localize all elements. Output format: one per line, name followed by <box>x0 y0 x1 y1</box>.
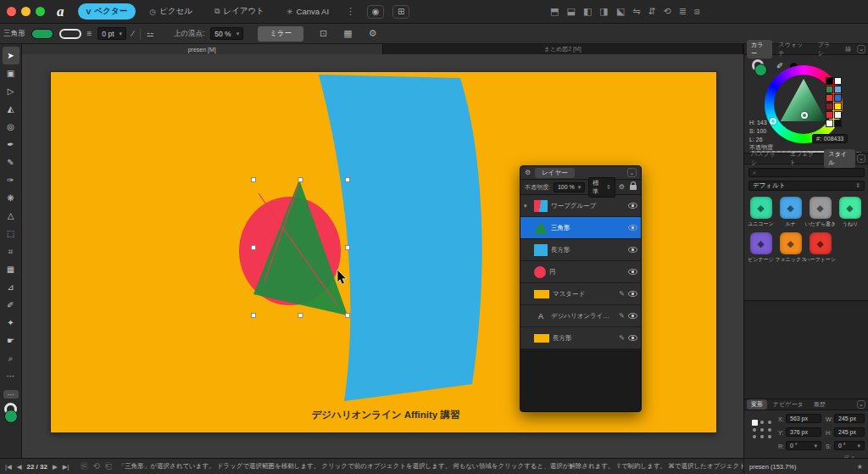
last-page-button[interactable]: ▶| <box>63 463 70 471</box>
x-input[interactable]: 563 px <box>786 414 821 423</box>
persona-tab[interactable]: ◷ ピクセル <box>141 3 201 20</box>
stroke-width-input[interactable]: 0 pt▾ <box>97 27 126 40</box>
saturation-handle[interactable] <box>801 112 808 119</box>
layers-tab[interactable]: レイヤー <box>535 168 575 178</box>
h-input[interactable]: 245 px <box>834 427 865 437</box>
layer-row[interactable]: 長方形 ✎ <box>520 327 641 349</box>
eyedropper-icon[interactable]: ✐ <box>776 61 783 70</box>
layer-row[interactable]: 長方形 ✎ <box>520 239 641 261</box>
favorite-star-icon[interactable]: ★ <box>857 463 863 471</box>
history-cycle-icon[interactable]: ⟲ <box>92 462 99 471</box>
selection-brush-tool[interactable]: ⬚ <box>3 225 19 243</box>
panel-menu-chevron-icon[interactable]: ⌄ <box>857 400 865 409</box>
node-tool[interactable]: ▷ <box>3 82 19 100</box>
style-preset[interactable]: ◆ ユニコーン <box>746 197 776 228</box>
style-picker-tool[interactable]: ✐ <box>3 296 19 314</box>
styles-category-select[interactable]: デフォルト⇕ <box>748 181 865 191</box>
panel-tab[interactable]: パスブラシ <box>747 149 784 168</box>
boolean-divide-icon[interactable]: ◨ <box>599 7 608 16</box>
color-swatch[interactable] <box>834 111 842 119</box>
pressure-icon[interactable]: ∕ <box>132 30 134 38</box>
move-tool[interactable]: ➤ <box>3 47 19 64</box>
color-swatch[interactable] <box>826 77 833 85</box>
styles-search-input[interactable]: ⌕ <box>748 168 865 177</box>
stroke-color-swatch[interactable] <box>59 29 81 39</box>
layer-opacity-input[interactable]: 100 %▾ <box>554 182 585 192</box>
visibility-eye-icon[interactable] <box>628 335 637 341</box>
minimize-window-button[interactable] <box>21 7 31 16</box>
clipboard-icon[interactable]: ⎗ <box>105 462 112 471</box>
pen-tool[interactable]: ✒ <box>3 136 19 153</box>
previous-page-button[interactable]: ◀ <box>17 463 22 471</box>
boolean-subtract-icon[interactable]: ⬓ <box>567 7 576 16</box>
color-swatch[interactable] <box>834 77 842 85</box>
flip-vertical-icon[interactable]: ⇵ <box>648 7 655 16</box>
layer-row[interactable]: ▾ ワープグループ ✎ <box>520 195 641 217</box>
panel-tab[interactable]: エフェクト <box>786 149 823 168</box>
place-image-tool[interactable]: ▦ <box>3 260 19 278</box>
document-zoom-level[interactable]: presen (153.7%) <box>749 463 796 471</box>
style-preset[interactable]: ◆ ビンテージ <box>746 232 776 264</box>
visibility-eye-icon[interactable] <box>628 247 637 253</box>
style-preset[interactable]: ◆ うねり <box>835 197 865 228</box>
order-icon[interactable]: ≣ <box>679 7 687 16</box>
lock-layer-icon[interactable] <box>630 185 637 190</box>
layer-name[interactable]: マスタード <box>553 290 615 298</box>
fill-color-swatch[interactable] <box>31 29 53 39</box>
artboard-caption-text[interactable]: デジハリオンライン Affinity 講習 <box>312 410 460 421</box>
zoom-window-button[interactable] <box>36 7 45 16</box>
shear-input[interactable]: 0 °▾ <box>834 441 865 450</box>
insert-behind-icon[interactable]: ⧈ <box>694 7 700 16</box>
boolean-intersect-icon[interactable]: ◧ <box>583 7 592 16</box>
style-preset[interactable]: ◆ ルナ <box>776 197 805 228</box>
style-preset[interactable]: ◆ ハーフトーン <box>805 232 835 264</box>
style-preset[interactable]: ◆ いたずら書き <box>805 197 835 228</box>
mirror-button[interactable]: ミラー <box>258 26 303 42</box>
persona-tab[interactable]: ⧉ レイアウト <box>206 3 273 20</box>
y-input[interactable]: 376 px <box>786 427 821 437</box>
settings-gear-icon[interactable]: ⚙ <box>369 29 377 38</box>
boolean-add-icon[interactable]: ⬒ <box>550 7 559 16</box>
visibility-eye-icon[interactable] <box>628 203 637 209</box>
pencil-tool[interactable]: ✎ <box>3 153 19 171</box>
artboard-tool[interactable]: ▣ <box>3 64 19 82</box>
layer-name[interactable]: 三角形 <box>551 224 615 232</box>
color-swatch[interactable] <box>826 103 833 110</box>
blend-options-gear-icon[interactable]: ⚙ <box>619 184 625 191</box>
more-personas-icon[interactable]: ⋮ <box>346 6 355 17</box>
transform-point-tool[interactable]: ◎ <box>3 118 19 136</box>
layer-row[interactable]: A デジハリオンライン Affin... ✎ <box>520 305 641 327</box>
visibility-eye-icon[interactable] <box>628 269 637 275</box>
visibility-eye-icon[interactable] <box>628 225 637 231</box>
panel-tab[interactable]: スタイル <box>824 149 855 168</box>
panel-settings-icon[interactable]: ⚙ <box>525 170 531 176</box>
first-page-button[interactable]: |◀ <box>5 463 12 471</box>
more-tools[interactable]: ⋯ <box>3 367 19 385</box>
persona-tab[interactable]: V ベクター <box>78 3 136 20</box>
rotation-input[interactable]: 0 °▾ <box>786 441 821 450</box>
style-preset[interactable]: ◆ フェニックス <box>776 232 805 264</box>
visibility-eye-icon[interactable] <box>628 291 637 297</box>
w-input[interactable]: 245 px <box>834 414 865 423</box>
selection-box-icon[interactable]: ▦ <box>343 29 352 38</box>
brush-tool[interactable]: ✑ <box>3 171 19 189</box>
anchor-point-selector[interactable] <box>751 418 773 440</box>
corner-tool[interactable]: ⊿ <box>3 278 19 296</box>
snapshot-icon[interactable]: ⎘ <box>81 462 87 471</box>
properties-icon[interactable]: ⚍ <box>147 30 154 38</box>
document-tab[interactable]: まとめ図2 [M] <box>383 44 744 54</box>
hand-tool[interactable]: ☛ <box>3 332 19 349</box>
contour-tool[interactable]: ◭ <box>3 100 19 118</box>
color-swatch[interactable] <box>826 120 833 127</box>
quick-button[interactable]: ⊞ <box>392 5 409 19</box>
document-tab[interactable]: presen [M] <box>22 44 383 54</box>
fill-color-indicator[interactable] <box>754 64 767 76</box>
panel-tab[interactable]: 変形 <box>747 399 767 410</box>
shape-tool[interactable]: △ <box>3 207 19 225</box>
boolean-xor-icon[interactable]: ⬕ <box>616 7 625 16</box>
hue-handle[interactable] <box>770 118 776 125</box>
blend-mode-select[interactable]: 標準⇕ <box>588 177 615 198</box>
panel-tab[interactable]: ナビゲータ <box>769 399 808 410</box>
hex-color-input[interactable]: #:008433 <box>812 134 848 143</box>
color-swatch[interactable] <box>834 103 842 110</box>
